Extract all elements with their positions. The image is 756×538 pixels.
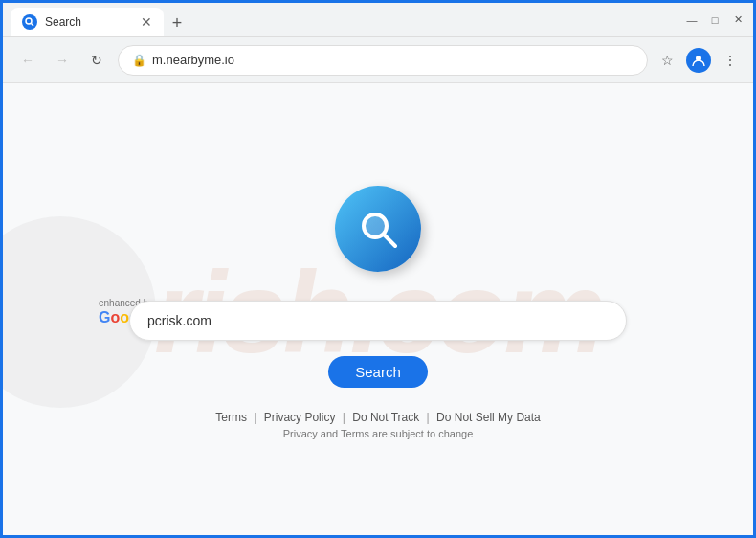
forward-button[interactable]: →: [49, 47, 76, 74]
separator-3: |: [427, 411, 430, 424]
back-button[interactable]: ←: [14, 47, 41, 74]
url-display: m.nearbyme.io: [152, 53, 634, 67]
address-bar: ← → ↻ 🔒 m.nearbyme.io ☆ ⋮: [3, 37, 753, 83]
address-actions: ☆ ⋮: [656, 48, 742, 73]
svg-point-0: [26, 18, 32, 24]
window-controls: — □ ✕: [684, 12, 745, 28]
minimize-button[interactable]: —: [684, 12, 700, 28]
do-not-sell-link[interactable]: Do Not Sell My Data: [436, 411, 541, 424]
search-input-wrap[interactable]: [129, 301, 627, 341]
search-icon-logo: [335, 186, 421, 272]
search-button[interactable]: Search: [328, 356, 428, 388]
bookmark-icon[interactable]: ☆: [656, 49, 678, 72]
tab-close-button[interactable]: ✕: [141, 15, 152, 29]
tab-area: Search ✕ +: [11, 3, 677, 36]
separator-2: |: [343, 411, 345, 424]
footer-link-row: Terms | Privacy Policy | Do Not Track | …: [215, 411, 541, 424]
close-button[interactable]: ✕: [730, 12, 745, 28]
lock-icon: 🔒: [132, 54, 146, 67]
menu-icon[interactable]: ⋮: [719, 49, 742, 72]
footer-links: Terms | Privacy Policy | Do Not Track | …: [215, 411, 541, 439]
new-tab-button[interactable]: +: [164, 10, 190, 36]
main-content: rish.com enhanced by Google Search Terms…: [3, 83, 753, 538]
svg-line-1: [32, 24, 34, 27]
tab-title: Search: [45, 15, 133, 29]
search-input[interactable]: [147, 313, 609, 328]
footer-subtext: Privacy and Terms are subject to change: [215, 428, 541, 439]
privacy-policy-link[interactable]: Privacy Policy: [264, 411, 336, 424]
address-input-wrap[interactable]: 🔒 m.nearbyme.io: [118, 45, 648, 76]
tab-favicon: [22, 14, 37, 30]
profile-icon[interactable]: [686, 48, 711, 73]
active-tab[interactable]: Search ✕: [11, 8, 164, 36]
terms-link[interactable]: Terms: [215, 411, 247, 424]
svg-line-4: [384, 235, 395, 246]
separator-1: |: [254, 411, 256, 424]
do-not-track-link[interactable]: Do Not Track: [352, 411, 419, 424]
maximize-button[interactable]: □: [707, 12, 723, 28]
title-bar: Search ✕ + — □ ✕: [3, 3, 753, 37]
search-form: Search: [129, 301, 627, 388]
reload-button[interactable]: ↻: [83, 47, 110, 74]
